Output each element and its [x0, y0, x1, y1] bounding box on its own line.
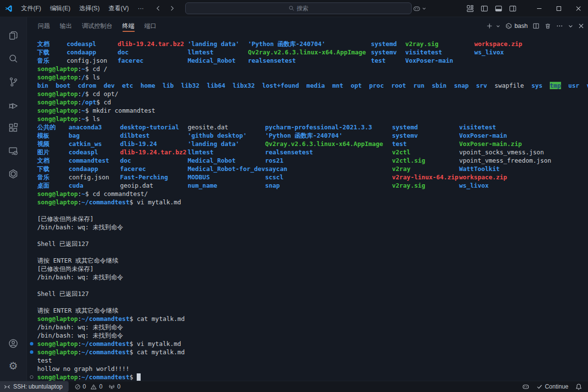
command-decoration-outline-icon[interactable]	[30, 375, 33, 379]
terminal-text: cd commandtest/	[93, 190, 148, 197]
new-terminal-button[interactable]	[486, 23, 493, 29]
terminal-line: 图片codeaspldlib-19.24.tar.bz2llmtestreals…	[37, 148, 586, 156]
hide-panel-chevron-icon[interactable]	[568, 24, 573, 29]
close-button[interactable]	[568, 0, 588, 17]
status-bar: SSH: ubuntulaptop 0 0 0 Continue	[0, 381, 588, 392]
terminal-text: ros21	[265, 156, 392, 165]
forward-arrow-icon[interactable]	[169, 5, 175, 12]
terminal-icon	[505, 23, 512, 29]
copilot-menu[interactable]	[413, 0, 426, 17]
menu-item-2[interactable]: 选择(S)	[75, 0, 104, 17]
remote-explorer-icon[interactable]	[2, 139, 24, 162]
terminal-line: 视频catkin_wsdlib-19.24'landing data'Qv2ra…	[37, 140, 586, 148]
terminal-text: Medical_Robot	[188, 156, 265, 165]
split-terminal-icon[interactable]	[533, 23, 539, 29]
terminal-text: config.json	[67, 56, 118, 65]
main-area: ⚙ 问题输出调试控制台终端端口	[0, 17, 588, 382]
terminal-text: song@laptop	[37, 90, 78, 98]
search-placeholder: 搜索	[297, 4, 309, 13]
source-control-icon[interactable]	[2, 70, 24, 93]
menu-item-3[interactable]: 查看(V)	[104, 0, 133, 17]
panel-tab-4[interactable]: 端口	[140, 18, 162, 34]
panel-tab-1[interactable]: 输出	[55, 18, 77, 34]
terminal-text: config.json	[69, 173, 120, 181]
terminal-text: ~	[81, 115, 85, 122]
accounts-icon[interactable]	[2, 332, 24, 355]
terminal-text: facerec	[118, 56, 188, 65]
terminal-text: condaapp	[69, 165, 120, 173]
explorer-icon[interactable]	[2, 24, 24, 47]
toggle-panel-icon[interactable]	[495, 5, 502, 12]
close-panel-icon[interactable]	[578, 23, 584, 29]
menu-item-1[interactable]: 编辑(E)	[46, 0, 75, 17]
terminal-text: vpoint_vmess_freedom.json	[459, 157, 551, 164]
panel-tab-2[interactable]: 调试控制台	[77, 18, 118, 34]
terminal-text: $	[96, 98, 103, 106]
terminal-text: song@laptop	[37, 348, 78, 356]
bottom-panel: 问题输出调试控制台终端端口 bash	[27, 17, 588, 382]
terminal-text: cat mytalk.md	[137, 315, 185, 322]
terminal-text: ~	[81, 65, 85, 73]
terminal-line: 音乐config.jsonFast-PerchingMODBUSscsclv2r…	[37, 173, 586, 181]
terminal-text: /bin/bash: wq: 未找到命令	[37, 273, 123, 281]
terminal-text: bin boot cdrom dev etc home lib lib32 li…	[37, 82, 487, 89]
status-bar-right: Continue	[522, 383, 582, 391]
terminal-text: condaapp	[67, 48, 118, 56]
back-arrow-icon[interactable]	[155, 5, 162, 12]
terminal-text: systemd	[371, 40, 405, 48]
ports-status[interactable]: 0	[108, 383, 121, 390]
panel-tabs: 问题输出调试控制台终端端口	[33, 18, 162, 34]
panel-tab-3[interactable]: 终端	[118, 18, 140, 34]
command-decoration-filled-icon[interactable]	[30, 350, 33, 354]
hexagon-extension-icon[interactable]	[2, 162, 24, 185]
panel-tab-0[interactable]: 问题	[33, 18, 55, 34]
command-decoration-filled-icon[interactable]	[30, 342, 33, 345]
terminal-text: 请按 ENTER 或其它命令继续	[37, 257, 118, 264]
terminal-text: 视频	[37, 140, 69, 148]
terminal-text: WattToolkit	[459, 165, 500, 172]
maximize-button[interactable]	[549, 0, 568, 17]
terminal-text: ~/commandtest	[81, 315, 129, 322]
customize-layout-icon[interactable]	[466, 5, 474, 12]
menu-item-0[interactable]: 文件(F)	[17, 0, 46, 17]
continue-status-item[interactable]: Continue	[537, 383, 568, 390]
command-center-search[interactable]: 搜索	[185, 2, 412, 14]
run-debug-icon[interactable]	[2, 93, 24, 116]
copilot-status-icon[interactable]	[522, 383, 530, 391]
terminal-tab-bash[interactable]: bash	[505, 23, 528, 29]
terminal-text: $	[129, 348, 137, 356]
toggle-sidebar-icon[interactable]	[481, 5, 488, 12]
panel-header: 问题输出调试控制台终端端口 bash	[27, 17, 588, 35]
terminal-line: /bin/bash: wq: 未找到命令	[37, 323, 586, 331]
terminal-text: cuda	[69, 181, 120, 190]
terminal-text: Shell 已返回127	[37, 290, 89, 297]
minimize-button[interactable]	[529, 0, 549, 17]
kill-terminal-trash-icon[interactable]	[544, 23, 551, 29]
terminal-text: 下载	[37, 165, 69, 173]
problems-status[interactable]: 0 0	[74, 383, 102, 390]
remote-indicator[interactable]: SSH: ubuntulaptop	[0, 381, 69, 392]
terminal-text: 'landing data'	[188, 140, 265, 148]
more-actions-icon[interactable]	[556, 23, 563, 29]
terminal-line: song@laptop:~/commandtest$ cat mytalk.md	[37, 348, 586, 356]
terminal-text: 下载	[37, 48, 67, 56]
toggle-secondary-sidebar-icon[interactable]	[509, 5, 516, 12]
terminal-text: bag	[69, 131, 120, 140]
menu-item-4[interactable]: ···	[133, 0, 148, 17]
terminal-text: dlib-19.24.tar.bz2	[120, 148, 188, 156]
terminal-text: ls	[93, 115, 100, 122]
vscode-logo-icon	[0, 4, 17, 13]
terminal-line: /bin/bash: wq: 未找到命令	[37, 273, 586, 281]
terminal-text: 音乐	[37, 56, 67, 65]
settings-gear-icon[interactable]: ⚙	[2, 355, 24, 378]
terminal-output[interactable]: 文档codeaspldlib-19.24.tar.bz2'landing dat…	[27, 35, 588, 382]
extensions-icon[interactable]	[2, 116, 24, 139]
terminal-profile-dropdown-icon[interactable]	[496, 24, 500, 28]
search-view-icon[interactable]	[2, 47, 24, 70]
terminal-text: $	[129, 315, 137, 322]
terminal-text: cd	[104, 98, 111, 106]
notifications-bell-icon[interactable]	[575, 383, 582, 390]
terminal-text: realsensetest	[248, 56, 371, 65]
warnings-count: 0	[99, 383, 102, 390]
terminal-text: $	[129, 340, 137, 347]
